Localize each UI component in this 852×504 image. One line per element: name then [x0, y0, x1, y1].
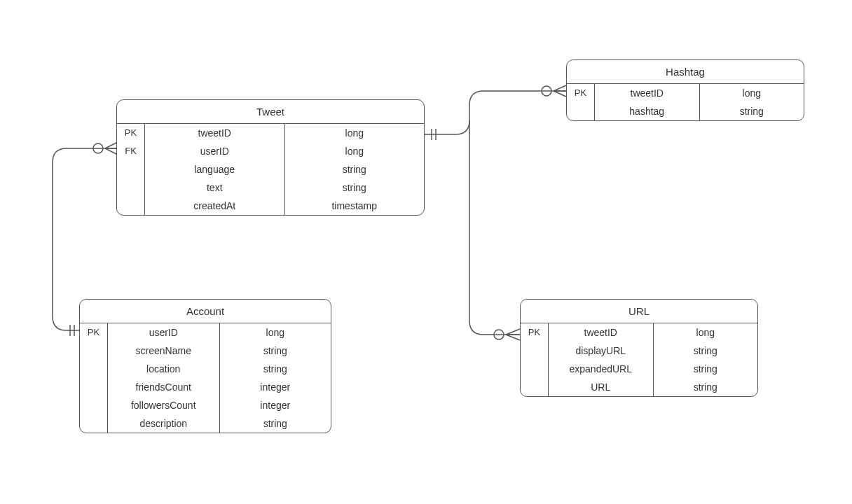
- name-cell: location: [108, 360, 220, 378]
- name-cell: text: [145, 178, 285, 197]
- key-cell: [521, 360, 549, 378]
- name-cell: tweetID: [549, 323, 654, 342]
- type-cell: string: [654, 360, 758, 378]
- entity-tweet-title: Tweet: [117, 100, 424, 124]
- table-row: description string: [80, 414, 331, 433]
- name-cell: userID: [145, 142, 285, 160]
- table-row: location string: [80, 360, 331, 378]
- key-cell: PK: [80, 323, 108, 342]
- table-row: PK tweetID long: [567, 84, 804, 102]
- key-cell: [80, 360, 108, 378]
- type-cell: string: [654, 342, 758, 360]
- svg-point-12: [494, 330, 504, 340]
- entity-hashtag-title: Hashtag: [567, 60, 804, 84]
- entity-account-title: Account: [80, 300, 331, 323]
- key-cell: PK: [521, 323, 549, 342]
- table-row: friendsCount integer: [80, 378, 331, 396]
- svg-line-5: [105, 148, 116, 154]
- table-row: text string: [117, 178, 424, 197]
- name-cell: tweetID: [145, 124, 285, 142]
- key-cell: [80, 342, 108, 360]
- table-row: screenName string: [80, 342, 331, 360]
- key-cell: [80, 396, 108, 414]
- name-cell: language: [145, 160, 285, 178]
- key-cell: FK: [117, 142, 145, 160]
- key-cell: [521, 342, 549, 360]
- type-cell: string: [285, 178, 425, 197]
- name-cell: tweetID: [595, 84, 700, 102]
- key-cell: [80, 414, 108, 433]
- name-cell: displayURL: [549, 342, 654, 360]
- table-row: expandedURL string: [521, 360, 757, 378]
- key-cell: [117, 197, 145, 215]
- key-cell: [117, 160, 145, 178]
- type-cell: string: [285, 160, 425, 178]
- table-row: PK userID long: [80, 323, 331, 342]
- type-cell: string: [654, 378, 758, 396]
- type-cell: long: [285, 124, 425, 142]
- key-cell: [117, 178, 145, 197]
- table-row: PK tweetID long: [521, 323, 757, 342]
- table-row: followersCount integer: [80, 396, 331, 414]
- type-cell: integer: [220, 378, 331, 396]
- type-cell: string: [220, 360, 331, 378]
- name-cell: hashtag: [595, 102, 700, 120]
- svg-line-15: [506, 335, 520, 340]
- svg-line-9: [554, 85, 566, 91]
- table-row: FK userID long: [117, 142, 424, 160]
- type-cell: string: [700, 102, 804, 120]
- name-cell: createdAt: [145, 197, 285, 215]
- svg-line-3: [105, 143, 116, 148]
- key-cell: PK: [567, 84, 595, 102]
- type-cell: string: [220, 342, 331, 360]
- name-cell: followersCount: [108, 396, 220, 414]
- table-row: displayURL string: [521, 342, 757, 360]
- entity-account: Account PK userID long screenName string…: [79, 299, 331, 433]
- table-row: URL string: [521, 378, 757, 396]
- table-row: language string: [117, 160, 424, 178]
- key-cell: [521, 378, 549, 396]
- name-cell: userID: [108, 323, 220, 342]
- entity-url-title: URL: [521, 300, 757, 323]
- type-cell: timestamp: [285, 197, 425, 215]
- table-row: PK tweetID long: [117, 124, 424, 142]
- svg-point-2: [93, 144, 103, 153]
- table-row: createdAt timestamp: [117, 197, 424, 215]
- key-cell: PK: [117, 124, 145, 142]
- svg-point-8: [542, 86, 551, 96]
- name-cell: URL: [549, 378, 654, 396]
- entity-url: URL PK tweetID long displayURL string ex…: [520, 299, 758, 397]
- type-cell: integer: [220, 396, 331, 414]
- key-cell: [80, 378, 108, 396]
- name-cell: screenName: [108, 342, 220, 360]
- type-cell: long: [700, 84, 804, 102]
- type-cell: string: [220, 414, 331, 433]
- name-cell: description: [108, 414, 220, 433]
- name-cell: friendsCount: [108, 378, 220, 396]
- type-cell: long: [220, 323, 331, 342]
- svg-line-11: [554, 91, 566, 97]
- type-cell: long: [654, 323, 758, 342]
- table-row: hashtag string: [567, 102, 804, 120]
- svg-line-13: [506, 329, 520, 335]
- key-cell: [567, 102, 595, 120]
- name-cell: expandedURL: [549, 360, 654, 378]
- entity-tweet: Tweet PK tweetID long FK userID long lan…: [116, 99, 425, 216]
- type-cell: long: [285, 142, 425, 160]
- entity-hashtag: Hashtag PK tweetID long hashtag string: [566, 59, 804, 121]
